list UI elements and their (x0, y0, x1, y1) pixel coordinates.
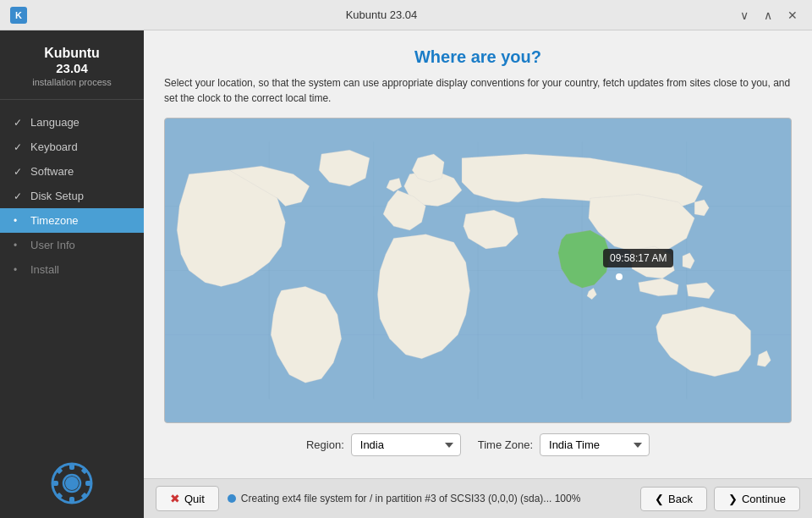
page-title: Where are you? (164, 47, 792, 67)
svg-point-11 (68, 479, 76, 488)
sidebar-item-label-language: Language (30, 116, 80, 129)
region-label: Region: (306, 438, 344, 451)
footer-bar: ✖ Quit Creating ext4 file system for / i… (144, 478, 812, 518)
sidebar-item-marker-timezone: • (14, 215, 25, 227)
status-text: Creating ext4 file system for / in parti… (241, 493, 581, 504)
location-selects: Region: India America Europe Asia Africa… (164, 423, 792, 465)
sidebar-version: 23.04 (10, 61, 134, 75)
sidebar-item-marker-user-info: • (14, 240, 25, 251)
svg-rect-2 (69, 464, 74, 470)
continue-button[interactable]: ❯ Continue (714, 487, 800, 511)
sidebar-header: Kubuntu 23.04 installation process (0, 30, 144, 100)
sidebar-item-user-info[interactable]: • User Info (0, 233, 144, 257)
quit-label: Quit (184, 493, 205, 505)
sidebar-subtitle: installation process (10, 77, 134, 87)
back-label: Back (668, 493, 693, 505)
sidebar-item-timezone[interactable]: • Timezone (0, 208, 144, 233)
status-dot-icon (228, 494, 236, 503)
back-button[interactable]: ❮ Back (640, 487, 707, 511)
sidebar-item-language[interactable]: ✓ Language (0, 110, 144, 135)
sidebar-item-label-software: Software (30, 165, 74, 178)
footer-nav-buttons: ❮ Back ❯ Continue (640, 487, 800, 511)
timezone-label: Time Zone: (478, 438, 533, 451)
sidebar-item-label-user-info: User Info (30, 239, 75, 251)
sidebar-footer (0, 449, 144, 518)
titlebar-title: Kubuntu 23.04 (27, 8, 736, 21)
window-controls: ∨ ∧ ✕ (736, 7, 802, 24)
region-select-group: Region: India America Europe Asia Africa… (306, 433, 461, 456)
sidebar-item-disk-setup[interactable]: ✓ Disk Setup (0, 184, 144, 208)
sidebar-item-label-disk-setup: Disk Setup (30, 190, 84, 202)
continue-label: Continue (742, 493, 786, 505)
sidebar-item-install[interactable]: • Install (0, 257, 144, 282)
continue-chevron-icon: ❯ (728, 493, 738, 505)
content-body: Where are you? Select your location, so … (144, 30, 812, 478)
svg-rect-5 (85, 481, 91, 486)
world-map-svg (165, 118, 791, 422)
main-layout: Kubuntu 23.04 installation process ✓ Lan… (0, 30, 812, 518)
sidebar-item-marker-install: • (14, 264, 25, 276)
world-map-container[interactable]: 09:58:17 AM (164, 118, 792, 423)
timezone-select-group: Time Zone: India Time UTC IST (478, 433, 650, 456)
page-description: Select your location, so that the system… (164, 75, 792, 106)
region-select[interactable]: India America Europe Asia Africa Austral… (351, 433, 461, 456)
svg-rect-3 (69, 497, 74, 503)
sidebar-item-marker-disk-setup: ✓ (14, 190, 25, 202)
sidebar-item-software[interactable]: ✓ Software (0, 159, 144, 184)
map-location-dot (616, 273, 623, 280)
sidebar-item-label-keyboard: Keyboard (30, 141, 78, 153)
close-button[interactable]: ✕ (783, 7, 802, 24)
sidebar-app-name: Kubuntu (10, 46, 134, 61)
footer-status: Creating ext4 file system for / in parti… (228, 493, 632, 504)
kubuntu-logo-icon (51, 462, 93, 504)
sidebar-item-label-install: Install (30, 263, 59, 276)
titlebar: K Kubuntu 23.04 ∨ ∧ ✕ (0, 0, 812, 30)
sidebar: Kubuntu 23.04 installation process ✓ Lan… (0, 30, 144, 518)
sidebar-item-marker-language: ✓ (14, 117, 25, 129)
minimize-button[interactable]: ∨ (736, 7, 753, 24)
back-chevron-icon: ❮ (655, 493, 664, 505)
timezone-select[interactable]: India Time UTC IST (540, 433, 650, 456)
sidebar-item-label-timezone: Timezone (30, 214, 79, 227)
sidebar-item-marker-software: ✓ (14, 166, 25, 178)
content-area: Where are you? Select your location, so … (144, 30, 812, 518)
sidebar-item-marker-keyboard: ✓ (14, 141, 25, 153)
quit-button[interactable]: ✖ Quit (156, 486, 219, 511)
svg-rect-4 (52, 481, 58, 486)
sidebar-nav: ✓ Language ✓ Keyboard ✓ Software ✓ Disk … (0, 100, 144, 449)
sidebar-item-keyboard[interactable]: ✓ Keyboard (0, 135, 144, 159)
app-icon: K (10, 7, 27, 24)
quit-icon: ✖ (170, 492, 180, 505)
maximize-button[interactable]: ∧ (760, 7, 776, 24)
